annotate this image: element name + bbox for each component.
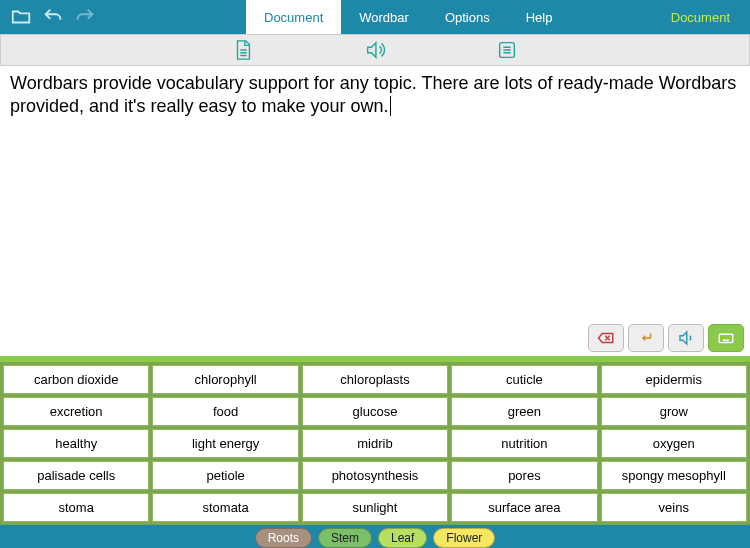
word-button[interactable]: carbon dioxide bbox=[3, 365, 149, 394]
category-label: Roots bbox=[268, 531, 299, 545]
category-flower[interactable]: Flower bbox=[433, 528, 495, 548]
word-label: pores bbox=[508, 468, 541, 483]
word-button[interactable]: cuticle bbox=[451, 365, 597, 394]
word-button[interactable]: petiole bbox=[152, 461, 298, 490]
tab-label: Wordbar bbox=[359, 10, 409, 25]
word-button[interactable]: healthy bbox=[3, 429, 149, 458]
word-label: healthy bbox=[55, 436, 97, 451]
word-label: chloroplasts bbox=[340, 372, 409, 387]
category-stem[interactable]: Stem bbox=[318, 528, 372, 548]
word-label: carbon dioxide bbox=[34, 372, 119, 387]
word-button[interactable]: veins bbox=[601, 493, 747, 522]
word-label: glucose bbox=[353, 404, 398, 419]
word-label: epidermis bbox=[646, 372, 702, 387]
word-button[interactable]: light energy bbox=[152, 429, 298, 458]
word-button[interactable]: oxygen bbox=[601, 429, 747, 458]
document-toolbar bbox=[0, 34, 750, 66]
word-button[interactable]: surface area bbox=[451, 493, 597, 522]
return-button[interactable] bbox=[628, 324, 664, 352]
speak-icon[interactable] bbox=[364, 39, 386, 61]
undo-icon[interactable] bbox=[42, 6, 64, 28]
category-bar: Roots Stem Leaf Flower bbox=[0, 525, 750, 548]
word-button[interactable]: spongy mesophyll bbox=[601, 461, 747, 490]
word-button[interactable]: midrib bbox=[302, 429, 448, 458]
folder-icon[interactable] bbox=[10, 6, 32, 28]
word-button[interactable]: photosynthesis bbox=[302, 461, 448, 490]
word-button[interactable]: pores bbox=[451, 461, 597, 490]
word-label: grow bbox=[660, 404, 688, 419]
word-button[interactable]: stomata bbox=[152, 493, 298, 522]
word-button[interactable]: green bbox=[451, 397, 597, 426]
word-button[interactable]: epidermis bbox=[601, 365, 747, 394]
word-label: oxygen bbox=[653, 436, 695, 451]
top-bar: Document Wordbar Options Help Document bbox=[0, 0, 750, 34]
document-name-label: Document bbox=[671, 0, 750, 34]
backspace-button[interactable] bbox=[588, 324, 624, 352]
word-button[interactable]: excretion bbox=[3, 397, 149, 426]
word-label: petiole bbox=[206, 468, 244, 483]
word-label: stoma bbox=[58, 500, 93, 515]
tab-wordbar[interactable]: Wordbar bbox=[341, 0, 427, 34]
tab-options[interactable]: Options bbox=[427, 0, 508, 34]
word-label: excretion bbox=[50, 404, 103, 419]
word-button[interactable]: chloroplasts bbox=[302, 365, 448, 394]
tab-label: Document bbox=[264, 10, 323, 25]
word-button[interactable]: sunlight bbox=[302, 493, 448, 522]
topbar-left bbox=[0, 0, 106, 34]
word-label: food bbox=[213, 404, 238, 419]
tab-document[interactable]: Document bbox=[246, 0, 341, 34]
word-label: midrib bbox=[357, 436, 392, 451]
word-label: spongy mesophyll bbox=[622, 468, 726, 483]
list-icon[interactable] bbox=[496, 39, 518, 61]
word-label: veins bbox=[659, 500, 689, 515]
word-label: surface area bbox=[488, 500, 560, 515]
document-editor[interactable]: Wordbars provide vocabulary support for … bbox=[0, 66, 750, 356]
tab-label: Options bbox=[445, 10, 490, 25]
document-name: Document bbox=[671, 10, 730, 25]
editor-action-row bbox=[588, 324, 744, 352]
category-label: Flower bbox=[446, 531, 482, 545]
word-label: palisade cells bbox=[37, 468, 115, 483]
word-button[interactable]: stoma bbox=[3, 493, 149, 522]
word-label: chlorophyll bbox=[195, 372, 257, 387]
tab-help[interactable]: Help bbox=[508, 0, 571, 34]
category-label: Stem bbox=[331, 531, 359, 545]
word-label: stomata bbox=[202, 500, 248, 515]
word-label: light energy bbox=[192, 436, 259, 451]
svg-rect-1 bbox=[719, 334, 733, 342]
category-roots[interactable]: Roots bbox=[255, 528, 312, 548]
word-button[interactable]: food bbox=[152, 397, 298, 426]
word-grid: carbon dioxide chlorophyll chloroplasts … bbox=[0, 362, 750, 525]
word-label: photosynthesis bbox=[332, 468, 419, 483]
word-label: green bbox=[508, 404, 541, 419]
word-label: nutrition bbox=[501, 436, 547, 451]
word-button[interactable]: palisade cells bbox=[3, 461, 149, 490]
category-label: Leaf bbox=[391, 531, 414, 545]
text-cursor bbox=[389, 96, 391, 116]
word-label: cuticle bbox=[506, 372, 543, 387]
tab-label: Help bbox=[526, 10, 553, 25]
word-button[interactable]: grow bbox=[601, 397, 747, 426]
document-text: Wordbars provide vocabulary support for … bbox=[10, 73, 736, 116]
new-document-icon[interactable] bbox=[232, 39, 254, 61]
word-label: sunlight bbox=[353, 500, 398, 515]
word-button[interactable]: chlorophyll bbox=[152, 365, 298, 394]
speak-word-button[interactable] bbox=[668, 324, 704, 352]
word-button[interactable]: nutrition bbox=[451, 429, 597, 458]
category-leaf[interactable]: Leaf bbox=[378, 528, 427, 548]
keyboard-button[interactable] bbox=[708, 324, 744, 352]
redo-icon[interactable] bbox=[74, 6, 96, 28]
main-tabs: Document Wordbar Options Help bbox=[246, 0, 570, 34]
word-button[interactable]: glucose bbox=[302, 397, 448, 426]
